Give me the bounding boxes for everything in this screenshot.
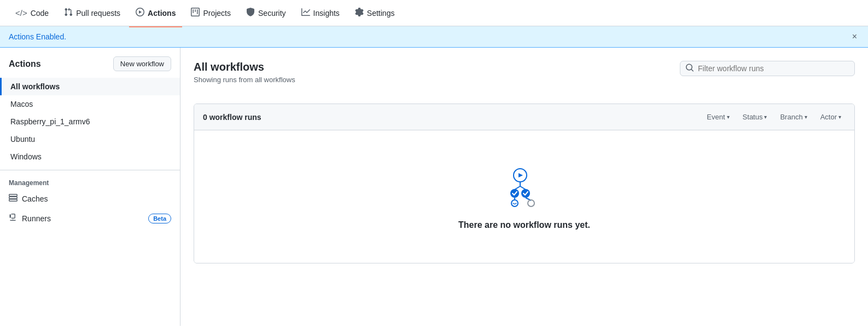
branch-chevron-icon: ▾ [805,114,807,120]
actions-icon [136,8,144,18]
beta-badge: Beta [148,214,171,223]
filter-buttons: Event ▾ Status ▾ Branch ▾ Actor ▾ [702,111,846,123]
workflow-table-header: 0 workflow runs Event ▾ Status ▾ Branch … [194,104,854,130]
caches-icon [9,193,18,204]
nav-security-label: Security [258,9,286,18]
branch-filter-button[interactable]: Branch ▾ [776,111,811,123]
sidebar: Actions New workflow All workflows Macos… [0,48,180,326]
search-icon [685,64,694,74]
nav-pull-requests[interactable]: Pull requests [57,3,127,22]
nav-settings[interactable]: Settings [348,3,401,22]
branch-filter-label: Branch [780,113,802,121]
status-chevron-icon: ▾ [764,114,767,120]
nav-projects-label: Projects [203,9,231,18]
main-layout: Actions New workflow All workflows Macos… [0,48,868,326]
empty-state: There are no workflow runs yet. [194,130,854,263]
svg-point-5 [510,189,519,198]
settings-icon [355,8,364,18]
sidebar-item-all-workflows[interactable]: All workflows [0,78,180,95]
pull-requests-icon [64,8,73,18]
nav-code[interactable]: </> Code [9,4,55,22]
sidebar-item-raspberry[interactable]: Raspberry_pi_1_armv6 [0,113,180,130]
runners-icon [9,213,18,224]
actions-enabled-banner: Actions Enabled. × [0,26,868,48]
sidebar-item-macos[interactable]: Macos [0,95,180,113]
page-subtitle: Showing runs from all workflows [194,76,295,84]
svg-point-10 [528,200,534,206]
sidebar-item-ubuntu[interactable]: Ubuntu [0,130,180,148]
top-nav: </> Code Pull requests Actions Projects … [0,0,868,26]
main-content: All workflows Showing runs from all work… [180,48,868,326]
svg-point-6 [521,189,530,198]
svg-line-4 [520,186,526,190]
sidebar-item-windows[interactable]: Windows [0,148,180,165]
sidebar-windows-label: Windows [10,152,42,161]
workflow-run-count: 0 workflow runs [203,113,261,122]
actor-filter-button[interactable]: Actor ▾ [816,111,846,123]
nav-pull-requests-label: Pull requests [76,9,120,18]
banner-close-button[interactable]: × [850,32,859,42]
code-icon: </> [15,8,27,18]
projects-icon [191,8,200,18]
sidebar-caches-label: Caches [22,194,48,203]
svg-line-3 [515,186,520,190]
nav-insights-label: Insights [313,9,340,18]
sidebar-macos-label: Macos [10,100,33,108]
nav-projects[interactable]: Projects [184,3,237,22]
event-filter-button[interactable]: Event ▾ [702,111,733,123]
nav-security[interactable]: Security [240,3,293,22]
sidebar-item-caches[interactable]: Caches [0,189,180,209]
sidebar-header: Actions New workflow [0,56,180,78]
sidebar-divider [0,170,180,170]
svg-marker-1 [519,173,523,177]
svg-point-9 [511,200,518,206]
security-icon [246,8,255,18]
sidebar-title: Actions [9,59,41,69]
workflow-table: 0 workflow runs Event ▾ Status ▾ Branch … [194,104,855,263]
nav-actions[interactable]: Actions [129,3,182,22]
sidebar-item-runners[interactable]: Runners Beta [0,209,180,228]
sidebar-ubuntu-label: Ubuntu [10,135,35,144]
empty-state-title: There are no workflow runs yet. [458,220,590,230]
actor-filter-label: Actor [820,113,837,121]
nav-code-label: Code [31,9,49,18]
nav-insights[interactable]: Insights [295,3,346,22]
filter-input-wrapper [680,61,855,76]
empty-workflow-illustration [503,163,546,207]
sidebar-all-workflows-label: All workflows [10,82,60,91]
event-chevron-icon: ▾ [727,114,730,120]
status-filter-button[interactable]: Status ▾ [738,111,772,123]
sidebar-raspberry-label: Raspberry_pi_1_armv6 [10,117,90,126]
filter-workflow-runs-input[interactable] [680,61,855,76]
banner-text: Actions Enabled. [9,32,66,41]
page-title: All workflows [194,61,295,73]
sidebar-management-label: Management [0,175,180,189]
new-workflow-button[interactable]: New workflow [113,56,171,71]
nav-actions-label: Actions [148,9,176,18]
status-filter-label: Status [743,113,763,121]
actor-chevron-icon: ▾ [838,114,841,120]
insights-icon [301,8,310,18]
nav-settings-label: Settings [367,9,395,18]
sidebar-runners-label: Runners [22,214,51,223]
event-filter-label: Event [707,113,725,121]
